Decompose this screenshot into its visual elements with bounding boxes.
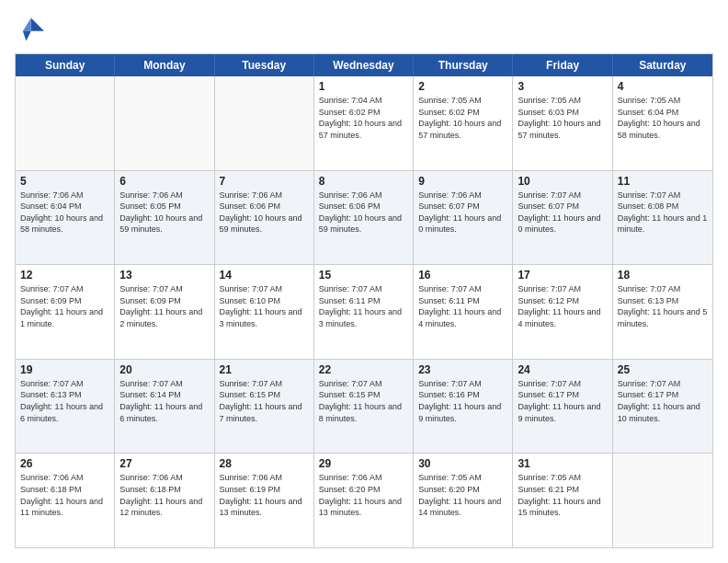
calendar-body: 1Sunrise: 7:04 AM Sunset: 6:02 PM Daylig… [16, 76, 712, 547]
calendar-row-3: 19Sunrise: 7:07 AM Sunset: 6:13 PM Dayli… [16, 359, 712, 454]
day-cell-13: 13Sunrise: 7:07 AM Sunset: 6:09 PM Dayli… [115, 265, 214, 359]
day-number: 11 [618, 175, 708, 188]
day-number: 15 [319, 269, 408, 282]
day-info: Sunrise: 7:06 AM Sunset: 6:20 PM Dayligh… [319, 472, 408, 518]
empty-cell-0-2 [215, 76, 314, 170]
day-number: 14 [220, 269, 309, 282]
header [15, 15, 713, 44]
day-cell-10: 10Sunrise: 7:07 AM Sunset: 6:07 PM Dayli… [513, 171, 612, 265]
weekday-header-thursday: Thursday [414, 54, 513, 76]
day-number: 23 [418, 363, 507, 376]
day-cell-12: 12Sunrise: 7:07 AM Sunset: 6:09 PM Dayli… [16, 265, 115, 359]
day-cell-5: 5Sunrise: 7:06 AM Sunset: 6:04 PM Daylig… [16, 171, 115, 265]
day-cell-14: 14Sunrise: 7:07 AM Sunset: 6:10 PM Dayli… [215, 265, 314, 359]
day-number: 13 [119, 269, 209, 282]
day-number: 2 [418, 80, 507, 93]
day-info: Sunrise: 7:07 AM Sunset: 6:16 PM Dayligh… [418, 378, 507, 424]
day-info: Sunrise: 7:07 AM Sunset: 6:17 PM Dayligh… [518, 378, 607, 424]
calendar-header: SundayMondayTuesdayWednesdayThursdayFrid… [16, 54, 712, 76]
page: SundayMondayTuesdayWednesdayThursdayFrid… [0, 0, 728, 563]
day-cell-6: 6Sunrise: 7:06 AM Sunset: 6:05 PM Daylig… [115, 171, 214, 265]
svg-marker-0 [31, 18, 44, 31]
day-cell-1: 1Sunrise: 7:04 AM Sunset: 6:02 PM Daylig… [314, 76, 414, 170]
day-info: Sunrise: 7:07 AM Sunset: 6:14 PM Dayligh… [119, 378, 209, 424]
day-info: Sunrise: 7:04 AM Sunset: 6:02 PM Dayligh… [319, 95, 408, 141]
day-cell-18: 18Sunrise: 7:07 AM Sunset: 6:13 PM Dayli… [613, 265, 712, 359]
day-cell-7: 7Sunrise: 7:06 AM Sunset: 6:06 PM Daylig… [215, 171, 314, 265]
day-info: Sunrise: 7:07 AM Sunset: 6:13 PM Dayligh… [618, 283, 708, 329]
weekday-header-saturday: Saturday [613, 54, 712, 76]
day-number: 12 [20, 269, 109, 282]
day-info: Sunrise: 7:06 AM Sunset: 6:07 PM Dayligh… [418, 190, 507, 236]
day-number: 24 [518, 363, 607, 376]
day-cell-26: 26Sunrise: 7:06 AM Sunset: 6:18 PM Dayli… [16, 454, 115, 547]
day-number: 9 [418, 175, 507, 188]
logo-icon [15, 15, 44, 44]
day-cell-11: 11Sunrise: 7:07 AM Sunset: 6:08 PM Dayli… [613, 171, 712, 265]
day-cell-25: 25Sunrise: 7:07 AM Sunset: 6:17 PM Dayli… [613, 360, 712, 454]
day-cell-9: 9Sunrise: 7:06 AM Sunset: 6:07 PM Daylig… [414, 171, 513, 265]
day-info: Sunrise: 7:07 AM Sunset: 6:09 PM Dayligh… [119, 283, 209, 329]
day-cell-15: 15Sunrise: 7:07 AM Sunset: 6:11 PM Dayli… [314, 265, 414, 359]
svg-marker-1 [23, 18, 31, 31]
day-number: 8 [319, 175, 408, 188]
day-info: Sunrise: 7:07 AM Sunset: 6:17 PM Dayligh… [618, 378, 708, 424]
day-info: Sunrise: 7:06 AM Sunset: 6:06 PM Dayligh… [220, 190, 309, 236]
day-cell-19: 19Sunrise: 7:07 AM Sunset: 6:13 PM Dayli… [16, 360, 115, 454]
empty-cell-0-0 [16, 76, 115, 170]
day-number: 22 [319, 363, 408, 376]
weekday-header-tuesday: Tuesday [215, 54, 314, 76]
svg-marker-2 [23, 31, 31, 41]
day-number: 5 [20, 175, 109, 188]
day-number: 17 [518, 269, 607, 282]
day-info: Sunrise: 7:05 AM Sunset: 6:21 PM Dayligh… [518, 472, 607, 518]
day-number: 10 [518, 175, 607, 188]
calendar-row-2: 12Sunrise: 7:07 AM Sunset: 6:09 PM Dayli… [16, 264, 712, 359]
day-info: Sunrise: 7:07 AM Sunset: 6:07 PM Dayligh… [518, 190, 607, 236]
day-cell-28: 28Sunrise: 7:06 AM Sunset: 6:19 PM Dayli… [215, 454, 314, 547]
day-number: 16 [418, 269, 507, 282]
day-cell-4: 4Sunrise: 7:05 AM Sunset: 6:04 PM Daylig… [613, 76, 712, 170]
day-cell-27: 27Sunrise: 7:06 AM Sunset: 6:18 PM Dayli… [115, 454, 214, 547]
day-info: Sunrise: 7:05 AM Sunset: 6:02 PM Dayligh… [418, 95, 507, 141]
day-info: Sunrise: 7:07 AM Sunset: 6:12 PM Dayligh… [518, 283, 607, 329]
day-info: Sunrise: 7:07 AM Sunset: 6:15 PM Dayligh… [319, 378, 408, 424]
day-number: 31 [518, 457, 607, 470]
day-info: Sunrise: 7:05 AM Sunset: 6:04 PM Dayligh… [618, 95, 708, 141]
day-cell-8: 8Sunrise: 7:06 AM Sunset: 6:06 PM Daylig… [314, 171, 414, 265]
day-number: 19 [20, 363, 109, 376]
calendar-row-4: 26Sunrise: 7:06 AM Sunset: 6:18 PM Dayli… [16, 453, 712, 547]
day-number: 28 [220, 457, 309, 470]
day-info: Sunrise: 7:07 AM Sunset: 6:09 PM Dayligh… [20, 283, 109, 329]
day-info: Sunrise: 7:07 AM Sunset: 6:11 PM Dayligh… [418, 283, 507, 329]
day-info: Sunrise: 7:06 AM Sunset: 6:04 PM Dayligh… [20, 190, 109, 236]
day-info: Sunrise: 7:06 AM Sunset: 6:06 PM Dayligh… [319, 190, 408, 236]
day-number: 26 [20, 457, 109, 470]
day-cell-16: 16Sunrise: 7:07 AM Sunset: 6:11 PM Dayli… [414, 265, 513, 359]
day-cell-29: 29Sunrise: 7:06 AM Sunset: 6:20 PM Dayli… [314, 454, 414, 547]
day-number: 29 [319, 457, 408, 470]
day-number: 21 [220, 363, 309, 376]
day-info: Sunrise: 7:06 AM Sunset: 6:18 PM Dayligh… [20, 472, 109, 518]
day-number: 4 [618, 80, 708, 93]
day-cell-21: 21Sunrise: 7:07 AM Sunset: 6:15 PM Dayli… [215, 360, 314, 454]
day-cell-30: 30Sunrise: 7:05 AM Sunset: 6:20 PM Dayli… [414, 454, 513, 547]
day-info: Sunrise: 7:07 AM Sunset: 6:08 PM Dayligh… [618, 190, 708, 236]
weekday-header-monday: Monday [115, 54, 214, 76]
day-info: Sunrise: 7:06 AM Sunset: 6:05 PM Dayligh… [119, 190, 209, 236]
day-number: 18 [618, 269, 708, 282]
calendar-row-0: 1Sunrise: 7:04 AM Sunset: 6:02 PM Daylig… [16, 76, 712, 170]
day-number: 30 [418, 457, 507, 470]
day-cell-24: 24Sunrise: 7:07 AM Sunset: 6:17 PM Dayli… [513, 360, 612, 454]
day-info: Sunrise: 7:06 AM Sunset: 6:19 PM Dayligh… [220, 472, 309, 518]
weekday-header-friday: Friday [513, 54, 612, 76]
day-cell-31: 31Sunrise: 7:05 AM Sunset: 6:21 PM Dayli… [513, 454, 612, 547]
day-cell-3: 3Sunrise: 7:05 AM Sunset: 6:03 PM Daylig… [513, 76, 612, 170]
day-info: Sunrise: 7:07 AM Sunset: 6:15 PM Dayligh… [220, 378, 309, 424]
day-cell-2: 2Sunrise: 7:05 AM Sunset: 6:02 PM Daylig… [414, 76, 513, 170]
logo [15, 15, 48, 44]
day-number: 3 [518, 80, 607, 93]
day-info: Sunrise: 7:05 AM Sunset: 6:03 PM Dayligh… [518, 95, 607, 141]
calendar-row-1: 5Sunrise: 7:06 AM Sunset: 6:04 PM Daylig… [16, 170, 712, 265]
weekday-header-sunday: Sunday [16, 54, 115, 76]
